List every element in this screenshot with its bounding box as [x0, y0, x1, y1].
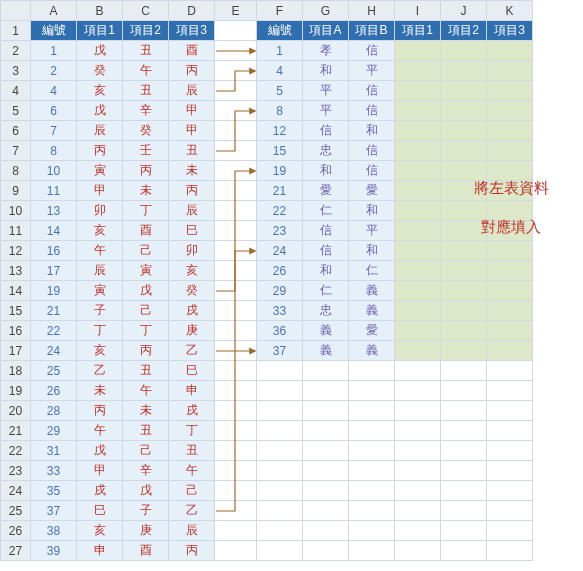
row-header-5[interactable]: 5: [1, 101, 31, 121]
column-header-I[interactable]: I: [395, 1, 441, 21]
cell-H14[interactable]: 義: [349, 281, 395, 301]
cell-C20[interactable]: 未: [123, 401, 169, 421]
cell-K26[interactable]: [487, 521, 533, 541]
cell-B18[interactable]: 乙: [77, 361, 123, 381]
cell-F12[interactable]: 24: [257, 241, 303, 261]
cell-J25[interactable]: [441, 501, 487, 521]
cell-J17[interactable]: [441, 341, 487, 361]
cell-C21[interactable]: 丑: [123, 421, 169, 441]
cell-I8[interactable]: [395, 161, 441, 181]
row-header-27[interactable]: 27: [1, 541, 31, 561]
cell-B22[interactable]: 戊: [77, 441, 123, 461]
cell-A22[interactable]: 31: [31, 441, 77, 461]
cell-J7[interactable]: [441, 141, 487, 161]
cell-E24[interactable]: [215, 481, 257, 501]
cell-H12[interactable]: 和: [349, 241, 395, 261]
cell-D2[interactable]: 酉: [169, 41, 215, 61]
cell-K27[interactable]: [487, 541, 533, 561]
cell-A20[interactable]: 28: [31, 401, 77, 421]
row-header-14[interactable]: 14: [1, 281, 31, 301]
cell-D21[interactable]: 丁: [169, 421, 215, 441]
cell-C1[interactable]: 項目2: [123, 21, 169, 41]
cell-H24[interactable]: [349, 481, 395, 501]
cell-D24[interactable]: 己: [169, 481, 215, 501]
cell-E8[interactable]: [215, 161, 257, 181]
cell-F17[interactable]: 37: [257, 341, 303, 361]
cell-I22[interactable]: [395, 441, 441, 461]
cell-A14[interactable]: 19: [31, 281, 77, 301]
cell-G9[interactable]: 愛: [303, 181, 349, 201]
cell-E2[interactable]: [215, 41, 257, 61]
cell-I20[interactable]: [395, 401, 441, 421]
row-header-25[interactable]: 25: [1, 501, 31, 521]
cell-G7[interactable]: 忠: [303, 141, 349, 161]
cell-G21[interactable]: [303, 421, 349, 441]
cell-I16[interactable]: [395, 321, 441, 341]
cell-E22[interactable]: [215, 441, 257, 461]
cell-F26[interactable]: [257, 521, 303, 541]
cell-E23[interactable]: [215, 461, 257, 481]
cell-D27[interactable]: 丙: [169, 541, 215, 561]
row-header-12[interactable]: 12: [1, 241, 31, 261]
cell-K13[interactable]: [487, 261, 533, 281]
cell-J21[interactable]: [441, 421, 487, 441]
cell-A10[interactable]: 13: [31, 201, 77, 221]
column-header-J[interactable]: J: [441, 1, 487, 21]
cell-A4[interactable]: 4: [31, 81, 77, 101]
column-header-H[interactable]: H: [349, 1, 395, 21]
cell-G16[interactable]: 義: [303, 321, 349, 341]
cell-D3[interactable]: 丙: [169, 61, 215, 81]
cell-G13[interactable]: 和: [303, 261, 349, 281]
cell-C26[interactable]: 庚: [123, 521, 169, 541]
cell-H8[interactable]: 信: [349, 161, 395, 181]
cell-H11[interactable]: 平: [349, 221, 395, 241]
cell-F5[interactable]: 8: [257, 101, 303, 121]
cell-J14[interactable]: [441, 281, 487, 301]
cell-D15[interactable]: 戌: [169, 301, 215, 321]
row-header-9[interactable]: 9: [1, 181, 31, 201]
cell-D8[interactable]: 未: [169, 161, 215, 181]
cell-A6[interactable]: 7: [31, 121, 77, 141]
cell-F20[interactable]: [257, 401, 303, 421]
cell-J23[interactable]: [441, 461, 487, 481]
cell-B24[interactable]: 戌: [77, 481, 123, 501]
cell-H23[interactable]: [349, 461, 395, 481]
column-header-B[interactable]: B: [77, 1, 123, 21]
cell-J27[interactable]: [441, 541, 487, 561]
cell-H17[interactable]: 義: [349, 341, 395, 361]
cell-H6[interactable]: 和: [349, 121, 395, 141]
cell-B14[interactable]: 寅: [77, 281, 123, 301]
cell-B27[interactable]: 申: [77, 541, 123, 561]
cell-J13[interactable]: [441, 261, 487, 281]
cell-A25[interactable]: 37: [31, 501, 77, 521]
row-header-16[interactable]: 16: [1, 321, 31, 341]
cell-F25[interactable]: [257, 501, 303, 521]
cell-I26[interactable]: [395, 521, 441, 541]
cell-I25[interactable]: [395, 501, 441, 521]
cell-B13[interactable]: 辰: [77, 261, 123, 281]
row-header-20[interactable]: 20: [1, 401, 31, 421]
cell-F9[interactable]: 21: [257, 181, 303, 201]
cell-C17[interactable]: 丙: [123, 341, 169, 361]
cell-G6[interactable]: 信: [303, 121, 349, 141]
cell-I10[interactable]: [395, 201, 441, 221]
row-header-4[interactable]: 4: [1, 81, 31, 101]
cell-G19[interactable]: [303, 381, 349, 401]
cell-E3[interactable]: [215, 61, 257, 81]
cell-K14[interactable]: [487, 281, 533, 301]
cell-F2[interactable]: 1: [257, 41, 303, 61]
cell-H1[interactable]: 項目B: [349, 21, 395, 41]
cell-I11[interactable]: [395, 221, 441, 241]
cell-G3[interactable]: 和: [303, 61, 349, 81]
cell-H21[interactable]: [349, 421, 395, 441]
cell-I5[interactable]: [395, 101, 441, 121]
cell-E27[interactable]: [215, 541, 257, 561]
cell-F13[interactable]: 26: [257, 261, 303, 281]
cell-C23[interactable]: 辛: [123, 461, 169, 481]
cell-H25[interactable]: [349, 501, 395, 521]
cell-B25[interactable]: 巳: [77, 501, 123, 521]
cell-B2[interactable]: 戊: [77, 41, 123, 61]
cell-D10[interactable]: 辰: [169, 201, 215, 221]
cell-I18[interactable]: [395, 361, 441, 381]
row-header-21[interactable]: 21: [1, 421, 31, 441]
